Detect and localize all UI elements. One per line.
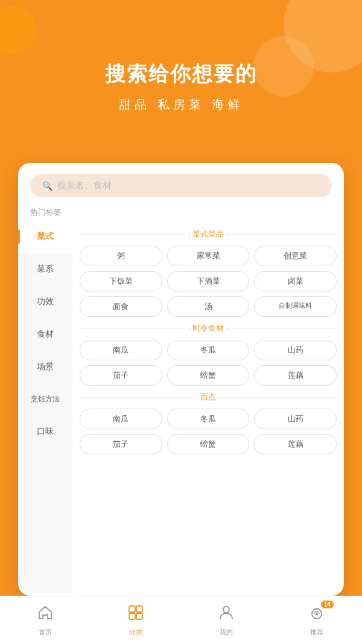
tab-category[interactable]: 分类 <box>127 604 144 637</box>
left-nav: 菜式 菜系 功效 食材 场景 烹饪方法 口味 <box>18 220 72 593</box>
tag-chip-noodles[interactable]: 面食 <box>80 296 162 317</box>
search-input-wrap[interactable]: 🔍 搜菜名、食材 <box>30 174 332 197</box>
tag-chip-porridge[interactable]: 粥 <box>80 246 162 266</box>
section-line-right-3 <box>225 397 337 398</box>
section-header-text-seasonal: · 时令食材 · <box>188 323 228 334</box>
tag-chip-pumpkin-2[interactable]: 南瓜 <box>80 409 162 429</box>
tag-chip-yam-2[interactable]: 山药 <box>254 409 337 429</box>
section-header-seasonal: · 时令食材 · <box>80 323 337 334</box>
nav-item-function[interactable]: 功效 <box>18 285 72 318</box>
tag-row-1: 粥 家常菜 创意菜 <box>80 246 337 266</box>
svg-rect-2 <box>129 613 135 619</box>
search-placeholder: 搜菜名、食材 <box>57 180 112 191</box>
search-icon: 🔍 <box>42 181 52 191</box>
section-line-right-2 <box>233 328 337 329</box>
nav-item-scene[interactable]: 场景 <box>18 351 72 383</box>
nav-item-cooking-method[interactable]: 烹饪方法 <box>18 383 72 415</box>
tag-chip-lotus-root-2[interactable]: 莲藕 <box>254 434 337 454</box>
header-subtitle: 甜品 私房菜 海鲜 <box>0 97 362 113</box>
tag-chip-rice-dish[interactable]: 下饭菜 <box>80 271 162 292</box>
tag-chip-yam[interactable]: 山药 <box>254 340 337 360</box>
tag-chip-soup[interactable]: 汤 <box>167 296 250 317</box>
right-content: · 菜式菜品 · 粥 家常菜 创意菜 下饭菜 下酒菜 卤菜 面食 汤 自制调味料 <box>72 220 344 593</box>
tag-row-6: 南瓜 冬瓜 山药 <box>80 409 337 429</box>
home-icon <box>37 604 54 625</box>
tag-chip-wintermelon-2[interactable]: 冬瓜 <box>167 409 250 429</box>
section-header-western: · 西点 · <box>80 392 337 403</box>
nav-item-ingredient[interactable]: 食材 <box>18 318 72 351</box>
section-line-left-2 <box>80 328 183 329</box>
tag-row-2: 下饭菜 下酒菜 卤菜 <box>80 271 337 292</box>
tag-row-3: 面食 汤 自制调味料 <box>80 296 337 317</box>
tag-row-4: 南瓜 冬瓜 山药 <box>80 340 337 360</box>
header-title: 搜索给你想要的 <box>0 60 362 88</box>
tag-chip-home-cooking[interactable]: 家常菜 <box>167 246 250 266</box>
nav-item-cuisine-system[interactable]: 菜系 <box>18 253 72 285</box>
tab-category-label: 分类 <box>129 628 142 637</box>
tag-chip-wintermelon[interactable]: 冬瓜 <box>167 340 250 360</box>
section-line-left-3 <box>80 397 191 398</box>
tag-chip-crab-2[interactable]: 螃蟹 <box>167 434 250 454</box>
section-header-cuisine-type: · 菜式菜品 · <box>80 229 337 240</box>
section-line-right <box>233 234 337 235</box>
recommend-badge: 14 <box>321 601 334 608</box>
hot-tags-label: 热门标签 <box>18 203 344 220</box>
svg-rect-0 <box>129 606 135 612</box>
main-card: 🔍 搜菜名、食材 热门标签 菜式 菜系 功效 食材 场景 烹饪方法 口味 · 菜… <box>18 163 344 596</box>
section-line-left <box>80 234 183 235</box>
nav-item-taste[interactable]: 口味 <box>18 415 72 448</box>
tag-row-5: 茄子 螃蟹 莲藕 <box>80 365 337 386</box>
tab-home[interactable]: 首页 <box>37 604 54 637</box>
section-header-text-cuisine: · 菜式菜品 · <box>188 229 228 240</box>
header-area: 搜索给你想要的 甜品 私房菜 海鲜 <box>0 60 362 113</box>
tab-recommend[interactable]: 14 推荐 <box>308 604 325 637</box>
tag-chip-braised[interactable]: 卤菜 <box>254 271 337 292</box>
svg-point-4 <box>223 607 229 613</box>
tab-bar: 首页 分类 我的 <box>0 596 362 644</box>
tag-chip-crab[interactable]: 螃蟹 <box>167 365 250 386</box>
tag-chip-eggplant-2[interactable]: 茄子 <box>80 434 162 454</box>
svg-point-6 <box>316 613 318 615</box>
deco-circle-3 <box>0 6 36 54</box>
mine-icon <box>218 604 235 625</box>
category-icon <box>127 604 144 625</box>
tab-recommend-label: 推荐 <box>310 628 323 637</box>
tag-chip-drink-dish[interactable]: 下酒菜 <box>167 271 250 292</box>
tag-chip-lotus-root[interactable]: 莲藕 <box>254 365 337 386</box>
search-bar: 🔍 搜菜名、食材 <box>18 163 344 203</box>
section-header-text-western: · 西点 · <box>196 392 220 403</box>
tag-row-7: 茄子 螃蟹 莲藕 <box>80 434 337 454</box>
tag-chip-eggplant[interactable]: 茄子 <box>80 365 162 386</box>
svg-rect-1 <box>136 606 142 612</box>
content-area: 菜式 菜系 功效 食材 场景 烹饪方法 口味 · 菜式菜品 · 粥 家常菜 创意… <box>18 220 344 593</box>
recommend-icon: 14 <box>308 604 325 625</box>
tag-chip-creative[interactable]: 创意菜 <box>254 246 337 266</box>
tag-chip-seasoning[interactable]: 自制调味料 <box>254 296 337 317</box>
tag-chip-pumpkin[interactable]: 南瓜 <box>80 340 162 360</box>
nav-item-cuisine-type[interactable]: 菜式 <box>18 220 72 253</box>
tab-mine-label: 我的 <box>220 628 233 637</box>
svg-rect-3 <box>136 613 142 619</box>
tab-home-label: 首页 <box>39 628 52 637</box>
tab-mine[interactable]: 我的 <box>218 604 235 637</box>
